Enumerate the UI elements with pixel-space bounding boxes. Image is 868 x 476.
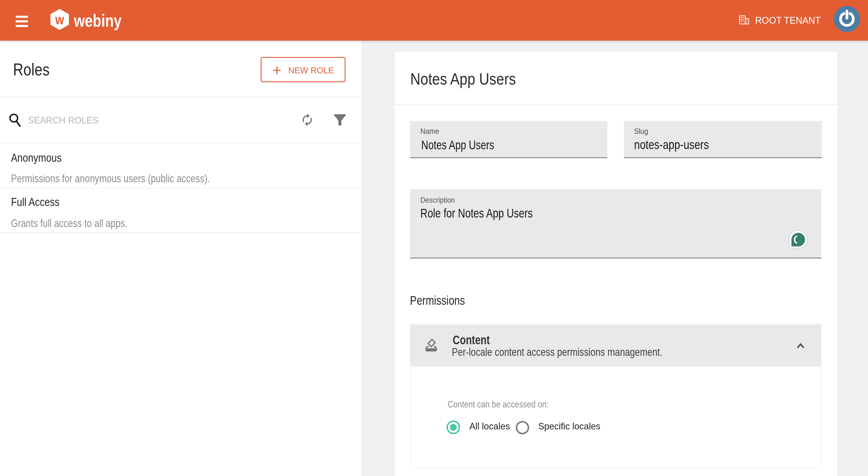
svg-text:w: w: [55, 12, 64, 27]
